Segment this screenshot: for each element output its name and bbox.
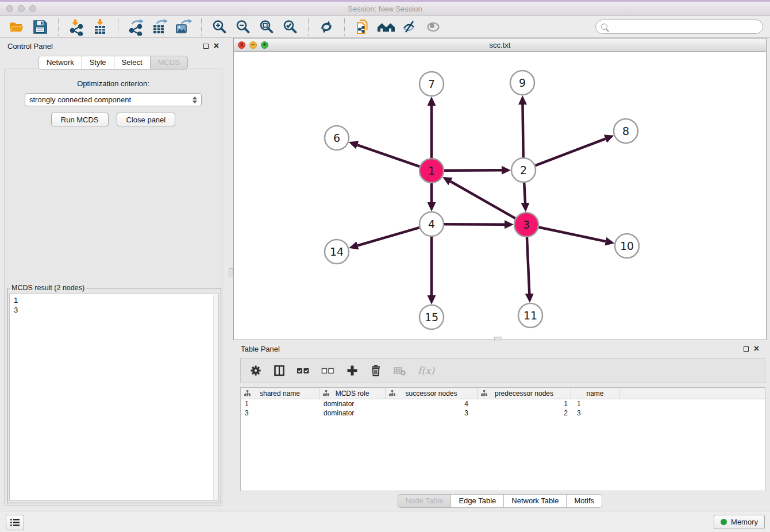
mcds-result-title: MCDS result (2 nodes): [10, 284, 86, 292]
open-file-button[interactable]: [7, 18, 26, 36]
tab-network-table[interactable]: Network Table: [503, 494, 567, 508]
status-bar: Memory: [0, 511, 770, 532]
graph-node-8[interactable]: 8: [614, 119, 638, 143]
node-label: 6: [333, 132, 340, 144]
graph-edge-3-11[interactable]: [527, 237, 529, 294]
graph-node-2[interactable]: 2: [511, 158, 536, 182]
tab-select[interactable]: Select: [114, 56, 151, 70]
mcds-result-group: MCDS result (2 nodes) 13: [7, 284, 221, 503]
hide-graphics-details-button[interactable]: [400, 18, 419, 36]
table-panel-title: Table Panel: [241, 345, 280, 353]
plus-icon: [346, 364, 359, 377]
toolbar-divider: [118, 18, 118, 36]
column-header-predecessor-nodes[interactable]: predecessor nodes: [478, 388, 571, 399]
show-column-panel-button[interactable]: [273, 364, 286, 377]
delete-column-button[interactable]: [369, 364, 382, 377]
graph-node-6[interactable]: 6: [325, 126, 349, 150]
export-table-button[interactable]: [150, 18, 170, 36]
save-session-button[interactable]: [30, 18, 50, 36]
criterion-selected-value: strongly connected component: [29, 95, 131, 104]
memory-button[interactable]: Memory: [714, 515, 765, 529]
graph-node-1[interactable]: 1: [419, 159, 444, 183]
graph-edge-2-8[interactable]: [536, 139, 606, 166]
title-bar: Session: New Session: [0, 2, 770, 16]
run-mcds-button[interactable]: Run MCDS: [51, 113, 109, 126]
column-header-successor-nodes[interactable]: successor nodes: [386, 388, 478, 399]
tab-node-table[interactable]: Node Table: [398, 494, 452, 508]
graph-edge-4-3[interactable]: [444, 224, 505, 225]
graph-node-7[interactable]: 7: [419, 72, 444, 96]
show-graphics-details-button[interactable]: [424, 18, 443, 36]
zoom-selected-icon: [282, 18, 299, 36]
task-history-button[interactable]: [6, 515, 24, 530]
tab-edge-table[interactable]: Edge Table: [451, 494, 504, 508]
node-label: 2: [520, 164, 527, 176]
column-tree-icon: [244, 390, 251, 396]
deselect-all-rows-button[interactable]: [321, 364, 335, 377]
column-header-name[interactable]: name: [571, 388, 619, 399]
list-icon: [10, 519, 20, 526]
tab-motifs[interactable]: Motifs: [566, 494, 602, 508]
column-header-label: successor nodes: [405, 390, 457, 398]
column-header-mcds-role[interactable]: MCDS role: [319, 388, 386, 399]
zoom-fit-button[interactable]: [257, 18, 276, 36]
tab-mcds[interactable]: MCDS: [150, 56, 188, 70]
memory-label: Memory: [731, 518, 758, 526]
zoom-out-button[interactable]: [233, 18, 253, 36]
duplicate-network-button[interactable]: [353, 18, 372, 36]
control-panel: Control Panel × NetworkStyleSelectMCDS O…: [0, 38, 226, 511]
mcds-result-list[interactable]: 13: [9, 294, 219, 501]
graph-node-3[interactable]: 3: [514, 213, 538, 237]
import-network-button[interactable]: [67, 18, 86, 36]
node-table: shared nameMCDS rolesuccessor nodesprede…: [240, 387, 765, 491]
zoom-selected-button[interactable]: [280, 18, 300, 36]
search-input[interactable]: [611, 22, 757, 32]
export-network-button[interactable]: [126, 18, 146, 36]
left-splitter-grip[interactable]: [229, 268, 233, 276]
cell-name: 3: [571, 409, 619, 417]
cell-predecessor-nodes: 1: [478, 400, 571, 408]
graph-node-4[interactable]: 4: [419, 212, 444, 236]
table-settings-button[interactable]: [249, 364, 262, 377]
graph-node-10[interactable]: 10: [615, 234, 639, 258]
network-view-title: scc.txt: [234, 41, 766, 49]
graph-node-15[interactable]: 15: [419, 305, 444, 329]
network-window-titlebar[interactable]: x − + scc.txt: [234, 38, 766, 52]
tab-style[interactable]: Style: [82, 56, 114, 70]
tab-network[interactable]: Network: [38, 56, 82, 70]
graph-edge-1-6[interactable]: [357, 145, 419, 166]
close-table-panel-icon[interactable]: ×: [754, 345, 759, 352]
float-table-panel-icon[interactable]: [744, 346, 749, 352]
close-panel-icon[interactable]: ×: [214, 43, 219, 49]
close-panel-button[interactable]: Close panel: [117, 113, 176, 126]
graph-node-14[interactable]: 14: [325, 240, 349, 264]
select-all-rows-button[interactable]: [297, 364, 310, 377]
table-row[interactable]: 3dominator323: [241, 408, 765, 418]
network-canvas[interactable]: 1234678910111415: [234, 51, 766, 340]
graph-node-11[interactable]: 11: [518, 303, 542, 327]
export-image-icon: [175, 18, 192, 36]
export-table-icon: [151, 18, 168, 36]
create-column-button[interactable]: [346, 364, 359, 377]
graph-edge-3-1[interactable]: [451, 182, 515, 218]
graph-edge-2-3[interactable]: [524, 183, 525, 203]
table-row[interactable]: 1dominator411: [241, 399, 765, 408]
toolbar-divider: [201, 18, 202, 36]
graph-node-9[interactable]: 9: [510, 71, 534, 95]
refresh-button[interactable]: [317, 18, 336, 36]
float-panel-icon[interactable]: [203, 44, 209, 49]
graph-edge-3-10[interactable]: [539, 228, 606, 242]
search-box[interactable]: [595, 20, 763, 34]
column-header-shared-name[interactable]: shared name: [241, 388, 319, 399]
column-header-label: MCDS role: [336, 390, 369, 398]
graph-edge-2-9[interactable]: [523, 105, 523, 157]
zoom-in-button[interactable]: [210, 18, 229, 36]
checked-boxes-icon: [297, 364, 310, 377]
show-all-networks-button[interactable]: [376, 18, 396, 36]
result-scrollbar[interactable]: [213, 295, 218, 500]
graph-edge-1-2[interactable]: [444, 170, 502, 171]
export-image-button[interactable]: [174, 18, 193, 36]
optimization-criterion-select[interactable]: strongly connected component: [25, 93, 202, 106]
import-table-button[interactable]: [90, 18, 110, 36]
graph-edge-4-14[interactable]: [357, 228, 419, 245]
